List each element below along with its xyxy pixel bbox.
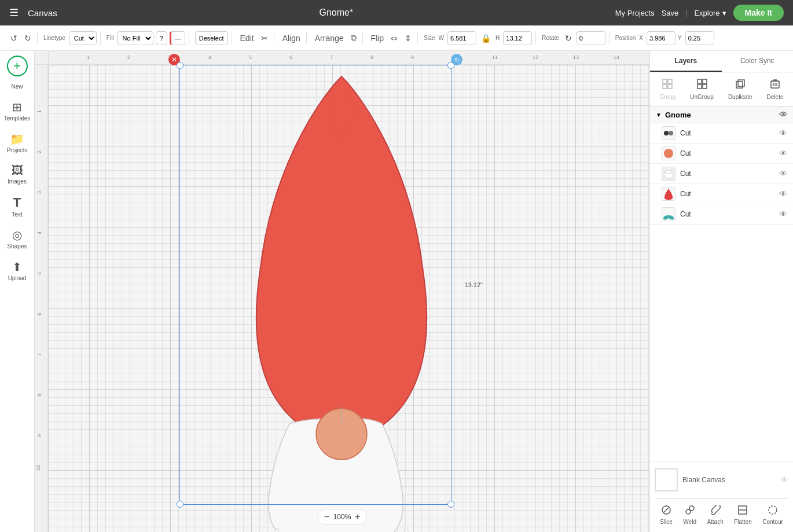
ungroup-button[interactable]: UnGroup: [686, 76, 717, 102]
svg-text:10: 10: [451, 54, 457, 60]
attach-button[interactable]: Attach: [703, 502, 726, 527]
zoom-value: 100%: [332, 513, 353, 521]
ruler-horizontal: 1 2 3 4 5 6 7 8 9 10 11 12 13 14: [49, 51, 649, 65]
sidebar-item-images[interactable]: 🖼 Images: [2, 159, 32, 189]
project-title: Gnome*: [67, 8, 606, 18]
redo-button[interactable]: ↻: [22, 32, 34, 44]
svg-text:10: 10: [35, 465, 41, 471]
flatten-button[interactable]: Flatten: [730, 502, 755, 527]
deselect-button[interactable]: Deselect: [195, 31, 228, 45]
sidebar-item-projects[interactable]: 📁 Projects: [2, 127, 32, 158]
linetype-select[interactable]: Cut: [69, 31, 97, 45]
width-input[interactable]: [447, 31, 476, 45]
layer-item-3[interactable]: Cut 👁: [650, 164, 793, 184]
flip-h[interactable]: ⇔: [388, 32, 400, 44]
gnome-graphic[interactable]: [203, 65, 480, 532]
group-chevron: ▼: [656, 112, 662, 118]
canvas-area[interactable]: 1 2 3 4 5 6 7 8 9 10 11 12 13 14 1 2: [35, 51, 649, 532]
fill-help-button[interactable]: ?: [156, 31, 167, 45]
y-input[interactable]: [685, 31, 714, 45]
sidebar-item-text[interactable]: T Text: [2, 190, 32, 222]
top-nav-right: My Projects Save | Explore ▾ Make It: [615, 5, 784, 21]
width-label: W: [439, 35, 444, 41]
my-projects-button[interactable]: My Projects: [615, 9, 655, 17]
layer-name-1: Cut: [680, 129, 774, 137]
layer-thumb-2: [662, 146, 675, 160]
zoom-in-button[interactable]: +: [355, 512, 360, 522]
x-input[interactable]: [647, 31, 675, 45]
layer-item-4[interactable]: Cut 👁: [650, 184, 793, 204]
group-button[interactable]: Group: [656, 76, 680, 102]
layers-section: ▼ Gnome 👁 Cut 👁 Cut 👁: [650, 107, 793, 461]
position-group: Position X Y: [612, 31, 718, 45]
layer-item-1[interactable]: Cut 👁: [650, 123, 793, 144]
layer-item-5[interactable]: Cut 👁: [650, 204, 793, 225]
svg-point-53: [689, 506, 694, 511]
layer-thumb-1: [662, 126, 675, 140]
explore-button[interactable]: Explore ▾: [694, 9, 726, 17]
align-button[interactable]: Align: [280, 32, 303, 44]
svg-text:13: 13: [573, 54, 579, 60]
edit-button[interactable]: Edit: [238, 32, 256, 44]
flip-button[interactable]: Flip: [369, 32, 387, 44]
svg-text:1: 1: [87, 54, 90, 60]
layer-eye-3[interactable]: 👁: [779, 169, 787, 178]
contour-button[interactable]: Contour: [759, 502, 787, 527]
duplicate-button[interactable]: Duplicate: [725, 76, 756, 102]
rotate-input[interactable]: [577, 31, 605, 45]
height-input[interactable]: [503, 31, 532, 45]
make-it-button[interactable]: Make It: [733, 5, 784, 21]
svg-rect-28: [663, 79, 667, 83]
sidebar-item-new[interactable]: New: [2, 79, 32, 94]
svg-rect-31: [668, 85, 672, 89]
arrange-group: Arrange ⧉: [309, 32, 363, 44]
svg-text:5: 5: [36, 272, 42, 275]
layer-group-gnome[interactable]: ▼ Gnome 👁: [650, 107, 793, 123]
projects-icon: 📁: [10, 132, 24, 146]
layer-eye-1[interactable]: 👁: [779, 129, 787, 138]
new-button[interactable]: +: [7, 56, 28, 76]
position-label: Position: [615, 35, 636, 41]
undo-button[interactable]: ↺: [8, 32, 20, 44]
layer-eye-5[interactable]: 👁: [779, 210, 787, 219]
weld-button[interactable]: Weld: [680, 502, 700, 527]
blank-canvas-thumbnail: [655, 468, 678, 491]
templates-icon: ⊞: [12, 100, 22, 114]
fill-color-button[interactable]: —: [170, 31, 185, 45]
layer-name-4: Cut: [680, 190, 774, 198]
sidebar-item-templates[interactable]: ⊞ Templates: [2, 96, 32, 126]
delete-icon: [769, 78, 781, 93]
zoom-out-button[interactable]: −: [324, 512, 329, 522]
svg-rect-33: [703, 79, 707, 83]
tab-layers[interactable]: Layers: [650, 51, 722, 72]
rotate-group: Rotate ↻: [538, 31, 609, 45]
blank-canvas-eye-icon[interactable]: 👁: [780, 475, 788, 485]
svg-text:12: 12: [533, 54, 538, 60]
layer-name-2: Cut: [680, 149, 774, 157]
delete-button[interactable]: Delete: [763, 76, 787, 102]
fill-select[interactable]: No Fill: [118, 31, 153, 45]
sidebar-item-upload[interactable]: ⬆ Upload: [2, 255, 32, 286]
layer-eye-2[interactable]: 👁: [779, 149, 787, 158]
tab-color-sync[interactable]: Color Sync: [722, 51, 794, 72]
nav-pipe: |: [685, 9, 687, 17]
group-icon: [662, 78, 673, 93]
sidebar-item-shapes[interactable]: ◎ Shapes: [2, 223, 32, 254]
lock-icon[interactable]: 🔒: [479, 32, 493, 44]
svg-text:4: 4: [208, 54, 211, 60]
right-panel-tabs: Layers Color Sync: [650, 51, 793, 72]
hamburger-menu[interactable]: ☰: [9, 6, 19, 19]
svg-text:7: 7: [36, 353, 42, 356]
ungroup-icon: [696, 78, 708, 93]
arrange-button[interactable]: Arrange: [313, 32, 346, 44]
layer-item-2[interactable]: Cut 👁: [650, 144, 793, 164]
arrange-tool[interactable]: ⧉: [348, 32, 359, 44]
save-button[interactable]: Save: [662, 9, 679, 17]
group-eye-icon[interactable]: 👁: [779, 110, 787, 119]
contour-icon: [768, 505, 778, 518]
svg-text:11: 11: [492, 54, 498, 60]
flip-v[interactable]: ⇕: [402, 32, 414, 44]
slice-button[interactable]: Slice: [656, 502, 676, 527]
edit-tool-button[interactable]: ✂: [259, 32, 270, 44]
layer-eye-4[interactable]: 👁: [779, 189, 787, 199]
